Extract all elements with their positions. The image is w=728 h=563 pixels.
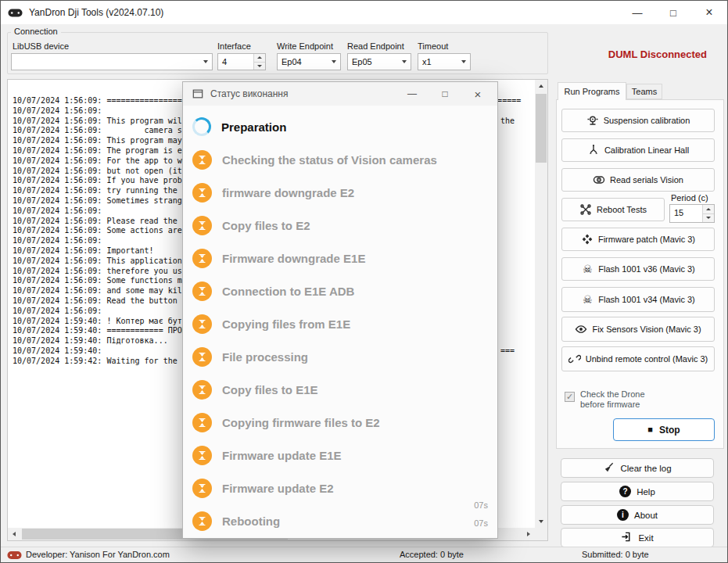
spinner-icon xyxy=(192,117,211,136)
flash-1001-v34-button[interactable]: ☠ Flash 1001 v34 (Mavic 3) xyxy=(561,287,715,312)
reboot-tests-button[interactable]: Reboot Tests xyxy=(561,198,665,221)
dropdown-arrow-icon xyxy=(461,60,466,63)
spin-down-button[interactable] xyxy=(703,214,714,223)
interface-value: 4 xyxy=(218,54,253,70)
check-drone-checkbox[interactable]: ✓ Check the Drone before firmware xyxy=(565,389,645,410)
read-endpoint-value: Ep05 xyxy=(348,57,397,66)
suspension-calibration-button[interactable]: Suspension calibration xyxy=(561,109,715,132)
fix-sensors-vision-button[interactable]: Fix Sensors Vision (Mavic 3) xyxy=(561,317,715,342)
log-timestamp: 10/07/2024 1:56:09: xyxy=(13,286,102,295)
log-timestamp: 10/07/2024 1:56:09: xyxy=(13,146,102,155)
close-icon: × xyxy=(475,88,482,101)
spin-up-button[interactable] xyxy=(703,205,714,214)
timeout-select[interactable]: x1 xyxy=(418,53,471,70)
help-button[interactable]: ? Help xyxy=(561,482,714,501)
dialog-minimize-button[interactable]: — xyxy=(396,82,429,106)
spin-down-button[interactable] xyxy=(254,63,265,70)
step-timer: 07s xyxy=(474,518,488,528)
dialog-step-row: firmware downgrade E2 xyxy=(183,176,497,209)
about-button[interactable]: i About xyxy=(561,505,714,525)
help-icon: ? xyxy=(619,486,631,497)
log-timestamp: 10/07/2024 1:56:09: xyxy=(13,96,102,105)
minimize-icon: — xyxy=(407,88,417,99)
maximize-icon: □ xyxy=(670,7,676,19)
log-text: This program will xyxy=(102,117,186,125)
gamepad-icon xyxy=(7,550,22,560)
log-text: and some may kill xyxy=(102,286,186,295)
submitted-bytes-label: Submitted: 0 byte xyxy=(582,550,649,559)
unbind-remote-button[interactable]: Unbind remote control (Mavic 3) xyxy=(561,346,715,371)
log-timestamp: 10/07/2024 1:56:09: xyxy=(13,196,102,205)
button-label: Stop xyxy=(659,425,680,436)
scroll-right-button[interactable] xyxy=(522,528,535,540)
spin-up-button[interactable] xyxy=(254,54,265,63)
dialog-window-icon xyxy=(192,88,203,99)
dropdown-arrow-icon xyxy=(402,60,407,63)
interface-spinner[interactable]: 4 xyxy=(217,53,266,70)
calibration-linear-hall-button[interactable]: Calibration Linear Hall xyxy=(561,138,715,162)
flash-1001-v36-button[interactable]: ☠ Flash 1001 v36 (Mavic 3) xyxy=(561,257,715,281)
dialog-step-row: Rebooting xyxy=(183,504,497,537)
dialog-title: Статус виконання xyxy=(210,88,288,99)
hourglass-icon xyxy=(192,150,212,170)
dialog-maximize-button[interactable]: □ xyxy=(429,82,461,106)
step-label: Copying files from E1E xyxy=(222,317,350,331)
exit-button[interactable]: Exit xyxy=(561,528,714,547)
window-title: YanDron Dji Tools (v2024.07.10) xyxy=(29,7,163,18)
scroll-down-button[interactable] xyxy=(535,515,547,528)
period-spinner[interactable]: 15 xyxy=(669,204,715,223)
log-timestamp: 10/07/2024 1:59:40: xyxy=(13,346,102,355)
minimize-button[interactable]: — xyxy=(619,1,655,24)
stop-button[interactable]: ■ Stop xyxy=(613,418,715,441)
triangle-up-icon xyxy=(706,208,711,210)
linear-hall-axis-icon xyxy=(587,144,600,156)
log-text: try running the pr xyxy=(102,186,191,195)
triangle-up-icon xyxy=(257,56,262,59)
log-vertical-scrollbar[interactable] xyxy=(535,80,547,528)
maximize-button[interactable]: □ xyxy=(655,1,691,24)
dialog-titlebar[interactable]: Статус виконання — □ × xyxy=(183,82,497,106)
scroll-up-button[interactable] xyxy=(535,80,547,92)
log-timestamp: 10/07/2024 1:56:09: xyxy=(13,307,102,315)
clear-log-button[interactable]: Clear the log xyxy=(561,458,714,478)
button-label: Calibration Linear Hall xyxy=(604,145,689,155)
check-mark-icon: ✓ xyxy=(566,393,573,401)
log-timestamp: 10/07/2024 1:59:40: xyxy=(13,317,102,325)
step-label: Rebooting xyxy=(222,515,280,528)
title-bar[interactable]: YanDron Dji Tools (v2024.07.10) — □ × xyxy=(1,1,727,24)
read-endpoint-select[interactable]: Ep05 xyxy=(347,53,411,70)
dialog-step-row: Copying firmware files to E2 xyxy=(183,406,497,439)
vertical-scrollbar-thumb[interactable] xyxy=(536,94,547,163)
developer-label: Developer: Yanison For YanDron.com xyxy=(26,550,170,559)
duml-status-badge: DUML Disconnected xyxy=(608,48,707,60)
triangle-down-icon xyxy=(539,520,543,523)
triangle-down-icon xyxy=(257,65,262,67)
minimize-icon: — xyxy=(633,7,643,19)
hourglass-icon xyxy=(192,479,212,498)
scroll-left-button[interactable] xyxy=(8,528,20,540)
log-timestamp: 10/07/2024 1:56:09: xyxy=(13,256,102,265)
log-timestamp: 10/07/2024 1:56:09: xyxy=(13,176,102,185)
exit-door-icon xyxy=(621,531,633,544)
write-endpoint-select[interactable]: Ep04 xyxy=(277,53,341,70)
firmware-patch-button[interactable]: Firmware patch (Mavic 3) xyxy=(561,228,715,251)
eye-icon xyxy=(575,323,587,335)
triangle-right-icon xyxy=(527,532,530,536)
read-serials-vision-button[interactable]: Read serials Vision xyxy=(561,168,715,192)
dropdown-arrow-icon xyxy=(332,60,336,63)
libusb-device-select[interactable] xyxy=(11,53,213,70)
log-timestamp: 10/07/2024 1:56:09: xyxy=(13,156,102,165)
log-timestamp: 10/07/2024 1:56:09: xyxy=(13,246,102,255)
button-label: Reboot Tests xyxy=(597,205,647,214)
period-label: Period (c) xyxy=(671,193,708,203)
dialog-close-button[interactable]: × xyxy=(461,82,494,106)
log-text: but not open (it m xyxy=(102,167,191,175)
close-button[interactable]: × xyxy=(691,1,727,24)
tab-teams[interactable]: Teams xyxy=(626,84,662,99)
period-value: 15 xyxy=(670,205,702,222)
log-timestamp: 10/07/2024 1:56:09: xyxy=(13,226,102,235)
timeout-value: x1 xyxy=(418,57,457,66)
close-icon: × xyxy=(705,5,712,20)
maximize-icon: □ xyxy=(442,88,447,99)
tab-run-programs[interactable]: Run Programs xyxy=(558,82,626,100)
